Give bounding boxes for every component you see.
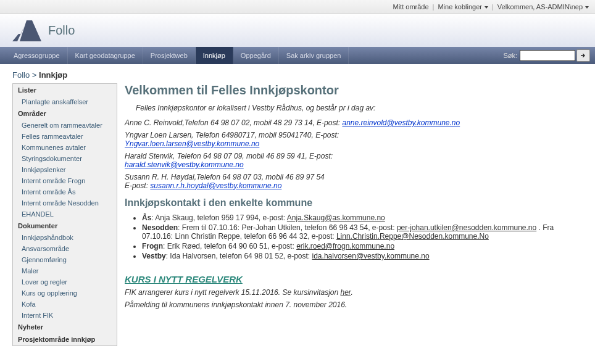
my-area-link[interactable]: Mitt område [393, 3, 428, 10]
sidebar-item[interactable]: Lover og regler [13, 276, 117, 287]
staff-contact: Harald Stenvik, Telefon 64 98 07 09, mob… [125, 152, 583, 169]
caret-down-icon [585, 6, 589, 9]
email-link[interactable]: harald.stenvik@vestby.kommune.no [125, 160, 244, 169]
utility-bar: Mitt område | Mine koblinger | Velkommen… [0, 0, 595, 14]
nav-tab[interactable]: Sak arkiv gruppen [279, 47, 349, 64]
sidebar-heading[interactable]: Lister [13, 84, 117, 96]
nav-tab[interactable]: Agressogruppe [6, 47, 68, 64]
sidebar-item[interactable]: Planlagte anskaffelser [13, 96, 117, 107]
sidebar-item[interactable]: Internt FIK [13, 310, 117, 321]
staff-contact: Anne C. Reinvold,Telefon 64 98 07 02, mo… [125, 118, 583, 127]
sidebar-item[interactable]: Internt område Nesodden [13, 197, 117, 209]
page-title: Velkommen til Felles Innkjøpskontor [125, 83, 583, 97]
sidebar-item[interactable]: Internt område Ås [13, 186, 117, 197]
sidebar-item[interactable]: Internt område Frogn [13, 175, 117, 186]
sidebar-heading[interactable]: Nyheter [13, 321, 117, 333]
contacts-list: Ås: Anja Skaug, telefon 959 17 994, e-po… [142, 213, 583, 260]
staff-contact: Yngvar Loen Larsen, Telefon 64980717, mo… [125, 131, 583, 148]
separator: | [433, 3, 435, 10]
breadcrumb-current: Innkjøp [39, 70, 67, 80]
email-link[interactable]: Yngvar.loen.larsen@vestby.kommune.no [125, 139, 259, 148]
site-header: Follo [0, 14, 595, 47]
sidebar-heading[interactable]: Områder [13, 107, 117, 120]
sidebar-item[interactable]: Kurs og opplæring [13, 287, 117, 299]
svg-marker-0 [20, 20, 41, 41]
svg-rect-2 [33, 38, 36, 41]
search-input[interactable] [520, 50, 575, 61]
kurs-invitation-link[interactable]: her [341, 288, 351, 297]
sidebar-item[interactable]: Styringsdokumenter [13, 153, 117, 164]
breadcrumb-sep: > [32, 70, 37, 80]
search-box: Søk: [503, 47, 595, 64]
email-link[interactable]: Anja.Skaug@as.kommune.no [287, 213, 385, 222]
nav-tab[interactable]: Oppegård [233, 47, 279, 64]
staff-contact: Susann R. H. Høydal,Telefon 64 98 07 03,… [125, 173, 583, 190]
welcome-user-dropdown[interactable]: Velkommen, AS-ADMIN\nep [497, 3, 589, 10]
breadcrumb-root[interactable]: Follo [12, 70, 30, 80]
nav-tab[interactable]: Innkjøp [196, 47, 233, 64]
email-link[interactable]: per-johan.utkilen@nesodden.kommune.no [397, 223, 536, 232]
list-item: Frogn: Erik Røed, telefon 64 90 60 51, e… [142, 242, 583, 250]
site-logo-icon [12, 18, 43, 43]
kurs-text: FIK arrangerer kurs i nytt regelverk 15.… [125, 288, 341, 297]
caret-down-icon [485, 6, 488, 9]
separator: | [492, 3, 494, 10]
sidebar-heading[interactable]: Prosjektområde innkjøp [13, 333, 117, 345]
intro-text: Felles Innkjøpskontor er lokalisert i Ve… [136, 104, 583, 112]
main-content: Velkommen til Felles Innkjøpskontor Fell… [125, 83, 583, 346]
list-item: Ås: Anja Skaug, telefon 959 17 994, e-po… [142, 213, 583, 222]
sidebar-item[interactable]: Felles rammeavtaler [13, 131, 117, 142]
sidebar-item[interactable]: Kommunenes avtaler [13, 142, 117, 153]
sidebar-heading[interactable]: Dokumenter [13, 220, 117, 232]
section-heading: Innkjøpskontakt i den enkelte kommune [125, 197, 583, 209]
sidebar-item[interactable]: Ansvarsområde [13, 243, 117, 254]
sidebar-item[interactable]: Innkjøpslenker [13, 164, 117, 175]
kurs-deadline: Påmelding til kommunens innkjøpskontakt … [125, 300, 583, 309]
sidebar-item[interactable]: Maler [13, 265, 117, 276]
breadcrumb: Follo > Innkjøp [0, 64, 595, 83]
nav-tab[interactable]: Prosjektweb [143, 47, 196, 64]
search-label: Søk: [503, 52, 517, 59]
list-item: Vestby: Ida Halvorsen, telefon 64 98 01 … [142, 252, 583, 260]
email-link[interactable]: anne.reinvold@vestby.kommune.no [342, 118, 460, 127]
site-title: Follo [48, 23, 75, 38]
primary-nav: AgressogruppeKart geodatagruppeProsjektw… [0, 47, 595, 64]
kurs-heading-link[interactable]: KURS I NYTT REGELVERK [125, 274, 243, 284]
email-link[interactable]: erik.roed@frogn.kommune.no [296, 242, 394, 250]
list-item: Nesodden: Frem til 07.10.16: Per-Johan U… [142, 223, 583, 241]
my-links-dropdown[interactable]: Mine koblinger [438, 3, 488, 10]
arrow-right-icon [581, 52, 586, 59]
sidebar-nav: ListerPlanlagte anskaffelserOmråderGener… [12, 83, 117, 346]
search-go-button[interactable] [576, 49, 590, 62]
sidebar-item[interactable]: Kofa [13, 299, 117, 310]
nav-tab[interactable]: Kart geodatagruppe [68, 47, 143, 64]
sidebar-item[interactable]: EHANDEL [13, 209, 117, 220]
email-link[interactable]: ida.halvorsen@vestby.kommune.no [312, 252, 430, 260]
kurs-text: . [351, 288, 352, 297]
sidebar-item[interactable]: Gjennomføring [13, 254, 117, 265]
email-link[interactable]: Linn.Christin.Reppe@Nesodden.kommune.No [336, 232, 489, 241]
sidebar-item[interactable]: Innkjøpshåndbok [13, 232, 117, 243]
sidebar-item[interactable]: Generelt om rammeavtaler [13, 120, 117, 131]
email-link[interactable]: susann.r.h.hoydal@vestby.kommune.no [150, 181, 281, 190]
